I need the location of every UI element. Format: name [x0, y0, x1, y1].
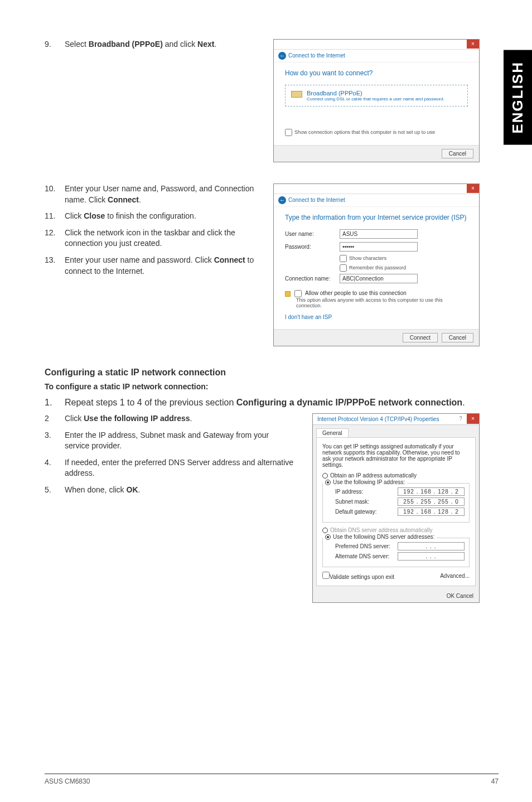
default-gateway-label: Default gateway: — [335, 509, 377, 515]
obtain-dns-auto-radio — [322, 528, 328, 533]
dialog-paragraph: You can get IP settings assigned automat… — [322, 443, 470, 468]
step-number: 2 — [45, 413, 65, 424]
allow-others-label: Allow other people to use this connectio… — [305, 290, 407, 296]
subnet-mask-label: Subnet mask: — [335, 499, 369, 505]
allow-others-sub: This option allows anyone with access to… — [296, 297, 468, 308]
option-subtitle: Connect using DSL or cable that requires… — [307, 96, 444, 102]
modem-icon — [291, 91, 302, 98]
dialog-title: Internet Protocol Version 4 (TCP/IPv4) P… — [317, 416, 439, 422]
section-heading: Configuring a static IP network connecti… — [45, 368, 480, 378]
step-text: Enter the IP address, Subnet mask and Ga… — [65, 430, 296, 452]
help-icon[interactable]: ? — [456, 414, 466, 424]
cancel-button[interactable]: Cancel — [442, 333, 473, 342]
connect-dialog: × ←Connect to the Internet How do you wa… — [273, 39, 480, 162]
subnet-mask-input[interactable]: 255 . 255 . 255 . 0 — [398, 497, 465, 506]
step-text: Enter your User name and, Password, and … — [65, 183, 262, 205]
step-number: 12. — [45, 228, 65, 249]
connection-name-label: Connection name: — [285, 276, 335, 282]
cancel-button[interactable]: Cancel — [442, 149, 473, 158]
show-options-checkbox[interactable] — [285, 129, 292, 136]
language-tab: ENGLISH — [504, 50, 532, 145]
step-number: 4. — [45, 457, 65, 479]
step-number: 9. — [45, 39, 65, 50]
show-options-label: Show connection options that this comput… — [294, 129, 435, 135]
step-text: Click Close to finish the configuration. — [65, 211, 196, 222]
step-number: 1. — [45, 398, 65, 408]
use-following-dns-radio[interactable] — [325, 534, 331, 540]
back-icon[interactable]: ← — [278, 196, 286, 204]
step-number: 10. — [45, 183, 65, 205]
page-content: 9. Select Broadband (PPPoE) and click Ne… — [0, 0, 532, 642]
username-label: User name: — [285, 231, 335, 237]
validate-settings-label: Validate settings upon exit — [330, 574, 394, 580]
cancel-button[interactable]: Cancel — [456, 593, 473, 599]
show-characters-checkbox[interactable] — [340, 255, 347, 262]
dialog-heading: How do you want to connect? — [285, 69, 468, 77]
connection-name-input[interactable]: ABC|Connection — [340, 274, 418, 283]
close-icon[interactable]: × — [467, 184, 479, 193]
obtain-dns-auto-label: Obtain DNS server address automatically — [330, 527, 432, 533]
close-icon[interactable]: × — [467, 414, 479, 424]
use-following-ip-label: Use the following IP address: — [333, 479, 405, 485]
validate-settings-checkbox[interactable] — [322, 572, 330, 579]
page-footer: ASUS CM6830 47 — [45, 774, 499, 785]
password-input[interactable]: •••••• — [340, 242, 418, 252]
step-text: If needed, enter the preferred DNS Serve… — [65, 457, 296, 479]
preferred-dns-label: Preferred DNS server: — [335, 543, 390, 549]
broadband-option[interactable]: Broadband (PPPoE) Connect using DSL or c… — [285, 85, 468, 107]
remember-password-label: Remember this password — [349, 265, 406, 270]
allow-others-checkbox[interactable] — [294, 290, 302, 297]
close-icon[interactable]: × — [467, 40, 479, 49]
option-title: Broadband (PPPoE) — [307, 90, 444, 96]
step-number: 13. — [45, 255, 65, 277]
alternate-dns-input[interactable]: . . . — [398, 552, 465, 561]
preferred-dns-input[interactable]: . . . — [398, 542, 465, 550]
back-icon[interactable]: ← — [278, 52, 286, 60]
shield-icon — [285, 291, 291, 297]
step-text: Click Use the following IP address. — [65, 413, 192, 424]
use-following-ip-radio[interactable] — [325, 480, 331, 485]
step-number: 3. — [45, 430, 65, 452]
no-isp-link[interactable]: I don't have an ISP — [285, 314, 332, 320]
step-number: 5. — [45, 485, 65, 496]
obtain-ip-auto-radio[interactable] — [322, 473, 328, 479]
isp-info-dialog: × ←Connect to the Internet Type the info… — [273, 183, 480, 346]
section-subheading: To configure a static IP network connect… — [45, 382, 480, 391]
ok-button[interactable]: OK — [447, 593, 454, 599]
ip-address-input[interactable]: 192 . 168 . 128 . 2 — [398, 487, 465, 496]
ipv4-properties-dialog: Internet Protocol Version 4 (TCP/IPv4) P… — [312, 413, 480, 603]
dialog-breadcrumb: Connect to the Internet — [288, 52, 345, 59]
step-number: 11. — [45, 211, 65, 222]
step-text: Repeat steps 1 to 4 of the previous sect… — [65, 398, 465, 408]
username-input[interactable]: ASUS — [340, 229, 418, 239]
general-tab[interactable]: General — [316, 428, 349, 437]
dialog-breadcrumb: Connect to the Internet — [288, 197, 345, 203]
obtain-ip-auto-label: Obtain an IP address automatically — [330, 472, 417, 479]
password-label: Password: — [285, 244, 335, 250]
footer-product: ASUS CM6830 — [45, 777, 90, 785]
remember-password-checkbox[interactable] — [340, 264, 347, 272]
connect-button[interactable]: Connect — [403, 333, 438, 342]
default-gateway-input[interactable]: 192 . 168 . 128 . 2 — [398, 508, 465, 516]
step-text: When done, click OK. — [65, 485, 140, 496]
alternate-dns-label: Alternate DNS server: — [335, 553, 389, 559]
ip-address-label: IP address: — [335, 489, 363, 495]
show-characters-label: Show characters — [349, 255, 386, 261]
step-text: Select Broadband (PPPoE) and click Next. — [65, 39, 216, 50]
use-following-dns-label: Use the following DNS server addresses: — [333, 534, 434, 540]
footer-page-number: 47 — [491, 777, 499, 785]
dialog-heading: Type the information from your Internet … — [285, 214, 468, 221]
advanced-button[interactable]: Advanced... — [440, 573, 470, 579]
step-text: Click the network icon in the taskbar an… — [65, 228, 262, 249]
step-text: Enter your user name and password. Click… — [65, 255, 262, 277]
